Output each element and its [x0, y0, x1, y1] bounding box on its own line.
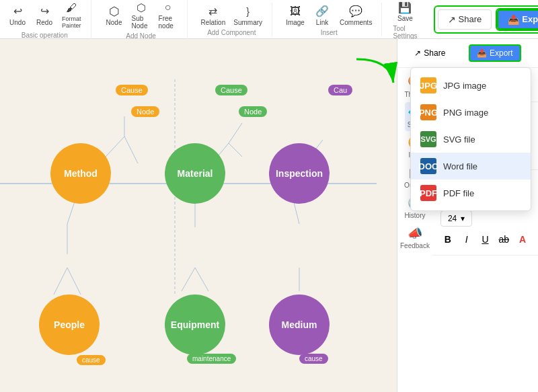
export-jpg-item[interactable]: JPG JPG image	[411, 72, 531, 99]
cause-label-small-2[interactable]: cause	[299, 354, 328, 364]
free-node-icon: ○	[161, 0, 176, 15]
medium-node[interactable]: Medium	[269, 295, 330, 355]
export-icon: 📤	[508, 14, 519, 25]
cause-label-3[interactable]: Cau	[328, 85, 352, 95]
free-node-button[interactable]: ○ Free node	[156, 0, 180, 31]
svg-line-13	[54, 268, 67, 295]
relation-icon: ⇄	[206, 4, 221, 19]
svg-icon: SVG	[420, 131, 436, 147]
panel-share-btn[interactable]: ↗ Share	[414, 44, 445, 62]
toolbar-group-basic: ↩ Undo ↪ Redo 🖌 Format Painter Basic ope…	[5, 0, 91, 39]
tool-settings-group: 💾 Save Tool Settings	[393, 0, 417, 40]
share-icon: ↗	[448, 14, 456, 25]
canvas-area[interactable]: Method Material Inspection People Equipm…	[0, 39, 397, 392]
material-node[interactable]: Material	[165, 143, 225, 204]
svg-line-5	[229, 123, 242, 143]
toolbar-group-add-component: ⇄ Relation } Summary Add Component	[198, 3, 273, 36]
comments-icon: 💬	[348, 4, 363, 19]
save-button[interactable]: 💾 Save	[393, 0, 417, 24]
relation-button[interactable]: ⇄ Relation	[198, 3, 229, 28]
method-node[interactable]: Method	[50, 143, 111, 204]
maintenance-label[interactable]: maintenance	[187, 354, 236, 364]
toolbar-group-add-node: ⬡ Node ⬡ Sub Node ○ Free node Add Node	[102, 0, 188, 40]
redo-button[interactable]: ↪ Redo	[32, 3, 56, 28]
png-icon: PNG	[420, 104, 436, 120]
cause-label-2[interactable]: Cause	[215, 85, 247, 95]
bold-button[interactable]: B	[440, 231, 455, 248]
node-label-1[interactable]: Node	[131, 106, 159, 117]
node-icon: ⬡	[107, 4, 122, 19]
pdf-icon: PDF	[420, 185, 436, 201]
summary-icon: }	[241, 4, 256, 19]
sub-node-button[interactable]: ⬡ Sub Node	[129, 0, 153, 31]
redo-icon: ↪	[37, 4, 52, 19]
export-png-item[interactable]: PNG PNG image	[411, 99, 531, 126]
export-word-item[interactable]: DOC Word file	[411, 153, 531, 180]
node-button[interactable]: ⬡ Node	[102, 3, 126, 28]
font-size-selector[interactable]: 24 ▾	[440, 210, 472, 227]
panel-share-icon: ↗	[414, 48, 421, 58]
share-button[interactable]: ↗ Share	[438, 9, 492, 30]
summary-button[interactable]: } Summary	[231, 3, 265, 28]
link-icon: 🔗	[315, 4, 330, 19]
toolbar-group-insert: 🖼 Image 🔗 Link 💬 Comments Insert	[283, 3, 382, 36]
svg-line-3	[124, 136, 138, 163]
svg-line-15	[182, 268, 195, 291]
svg-line-6	[229, 143, 242, 157]
image-button[interactable]: 🖼 Image	[283, 3, 307, 28]
font-format-row: B I U ab A	[440, 231, 530, 248]
panel-export-icon: 📤	[477, 48, 487, 58]
sub-node-icon: ⬡	[134, 0, 149, 15]
node-label-2[interactable]: Node	[239, 106, 267, 117]
underline-button[interactable]: U	[478, 231, 493, 248]
toolbar: ↩ Undo ↪ Redo 🖌 Format Painter Basic ope…	[0, 0, 538, 39]
people-node[interactable]: People	[39, 295, 100, 355]
undo-icon: ↩	[10, 4, 25, 19]
font-size-row: 24 ▾	[440, 210, 530, 227]
format-painter-icon: 🖌	[64, 1, 79, 15]
undo-button[interactable]: ↩ Undo	[5, 3, 30, 28]
svg-line-14	[195, 268, 208, 291]
italic-button[interactable]: I	[459, 231, 474, 248]
panel-share-export: ↗ Share 📤 Export	[397, 39, 538, 68]
cause-label-small-1[interactable]: cause	[77, 355, 106, 365]
word-icon: DOC	[420, 158, 436, 174]
font-color-button[interactable]: A	[515, 231, 530, 248]
svg-line-12	[67, 268, 81, 295]
export-button[interactable]: 📤 Export	[497, 9, 538, 30]
feedback-tool[interactable]: 📣 Feedback	[397, 223, 432, 252]
inspection-node[interactable]: Inspection	[269, 143, 330, 204]
equipment-node[interactable]: Equipment	[165, 295, 225, 355]
panel-export-btn[interactable]: 📤 Export	[469, 44, 521, 62]
cause-label-1[interactable]: Cause	[116, 85, 148, 95]
jpg-icon: JPG	[420, 77, 436, 93]
feedback-icon: 📣	[408, 226, 422, 241]
export-dropdown: JPG JPG image PNG PNG image SVG SVG file…	[410, 67, 531, 211]
share-export-container: ↗ Share 📤 Export	[434, 5, 538, 34]
font-size-dropdown-icon: ▾	[461, 214, 465, 223]
export-svg-item[interactable]: SVG SVG file	[411, 126, 531, 153]
save-icon: 💾	[397, 0, 412, 15]
strikethrough-button[interactable]: ab	[496, 231, 511, 248]
image-icon: 🖼	[288, 4, 303, 19]
link-button[interactable]: 🔗 Link	[310, 3, 334, 28]
comments-button[interactable]: 💬 Comments	[337, 3, 375, 28]
export-pdf-item[interactable]: PDF PDF file	[411, 180, 531, 206]
format-painter-button[interactable]: 🖌 Format Painter	[59, 0, 84, 30]
